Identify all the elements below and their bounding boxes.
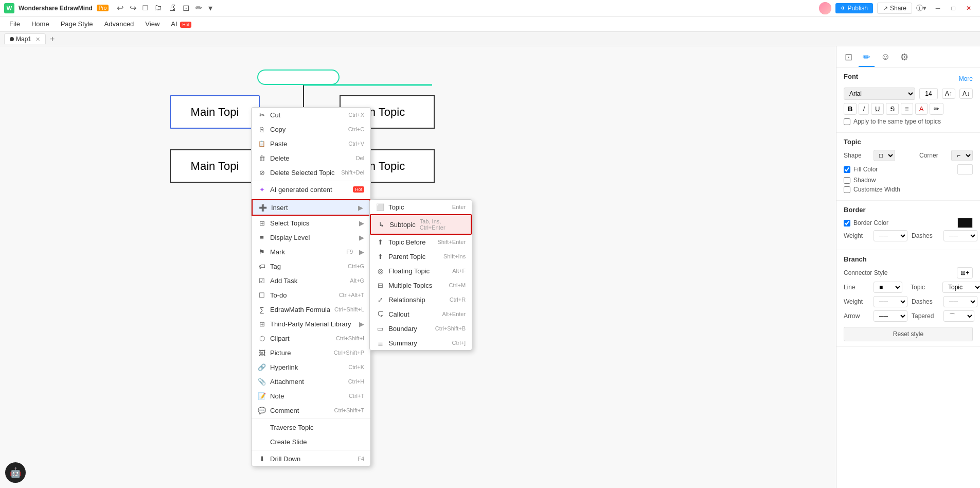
strikethrough-button[interactable]: S (886, 103, 899, 115)
submenu-multiple[interactable]: ⊟ Multiple Topics Ctrl+M (370, 278, 472, 292)
chat-button[interactable]: 🤖 (5, 462, 26, 483)
submenu-callout[interactable]: 🗨 Callout Alt+Enter (370, 307, 472, 321)
ctx-ai[interactable]: ✦ AI generated content Hot (252, 182, 370, 197)
ctx-display[interactable]: Display Level ▶ (252, 230, 370, 245)
branch-topic-select[interactable]: Topic (942, 282, 980, 293)
reset-style-button[interactable]: Reset style (844, 327, 973, 341)
main-topic-node-3[interactable]: Main Topi (170, 149, 260, 183)
font-more-link[interactable]: More (959, 75, 973, 82)
ctx-cut[interactable]: Cut Ctrl+X (252, 108, 370, 122)
panel-tab-face[interactable]: ☺ (877, 48, 894, 67)
align-button[interactable]: ≡ (901, 103, 913, 115)
font-size-input[interactable] (919, 88, 938, 99)
submenu-parenttopic[interactable]: ⬆ Parent Topic Shift+Ins (370, 249, 472, 264)
ctx-select[interactable]: Select Topics ▶ (252, 216, 370, 230)
corner-select[interactable]: ⌐ (951, 150, 973, 161)
border-weight-select[interactable]: ── (874, 230, 907, 241)
ctx-note[interactable]: 📝 Note Ctrl+T (252, 389, 370, 403)
panel-tab-layout[interactable]: ⊡ (841, 48, 857, 67)
branch-line-color-select[interactable]: ■ (874, 282, 902, 293)
publish-button[interactable]: ✈ Publish (835, 3, 873, 13)
ctx-createslide[interactable]: Create Slide (252, 434, 370, 449)
ctx-paste[interactable]: Paste Ctrl+V (252, 136, 370, 151)
panel-tab-settings[interactable]: ⚙ (896, 48, 913, 67)
print-btn[interactable]: 🖨 (166, 2, 179, 14)
ctx-todo[interactable]: To-do Ctrl+Alt+T (252, 288, 370, 302)
expand-btn[interactable]: □ (140, 2, 150, 14)
todo-icon (258, 291, 266, 299)
ctx-attachment[interactable]: 📎 Attachment Ctrl+H (252, 374, 370, 389)
tab-map1[interactable]: Map1 ✕ (4, 33, 46, 44)
underline-button[interactable]: U (871, 103, 884, 115)
folder-btn[interactable]: 🗂 (152, 2, 164, 14)
ctx-clipart[interactable]: Clipart Ctrl+Shift+I (252, 331, 370, 345)
add-tab-button[interactable]: + (46, 33, 59, 45)
more-dropdown-btn[interactable]: ▾ (206, 2, 215, 14)
ctx-thirdparty[interactable]: Third-Party Material Library ▶ (252, 317, 370, 331)
grid-btn[interactable]: ⊡ (181, 2, 191, 14)
border-dashes-select[interactable]: ── (943, 230, 977, 241)
ctx-addtask[interactable]: Add Task Alt+G (252, 273, 370, 288)
customize-width-checkbox[interactable] (844, 186, 850, 193)
menu-home[interactable]: Home (26, 18, 55, 30)
ctx-traverse[interactable]: Traverse Topic (252, 420, 370, 434)
submenu-subtopic[interactable]: ↳ Subtopic Tab, Ins, Ctrl+Enter (370, 214, 472, 235)
submenu-topic[interactable]: ⬜ Topic Enter (370, 200, 472, 214)
font-color-button[interactable]: A (915, 103, 928, 115)
maximize-button[interactable]: □ (946, 2, 960, 14)
submenu-boundary[interactable]: ▭ Boundary Ctrl+Shift+B (370, 321, 472, 336)
highlight-button[interactable]: ✏ (930, 103, 943, 115)
tab-close-icon[interactable]: ✕ (35, 36, 40, 43)
border-color-swatch[interactable] (957, 218, 973, 228)
shape-select[interactable]: □ (874, 150, 895, 161)
ctx-drilldown[interactable]: ⬇ Drill Down F4 (252, 451, 370, 466)
submenu-summary[interactable]: ≣ Summary Ctrl+] (370, 336, 472, 350)
fill-color-swatch[interactable] (957, 164, 973, 175)
redo-btn[interactable]: ↪ (128, 2, 138, 14)
ctx-comment[interactable]: 💬 Comment Ctrl+Shift+T (252, 403, 370, 417)
ctx-copy[interactable]: Copy Ctrl+C (252, 122, 370, 136)
branch-tapered-select[interactable]: ⌒ (943, 310, 974, 322)
ctx-hyperlink[interactable]: 🔗 Hyperlink Ctrl+K (252, 360, 370, 374)
edit-btn[interactable]: ✏ (193, 2, 204, 14)
submenu-floating[interactable]: ◎ Floating Topic Alt+F (370, 264, 472, 278)
minimize-button[interactable]: ─ (931, 2, 945, 14)
submenu-subtopic-label: Subtopic (389, 221, 416, 229)
ctx-tag[interactable]: 🏷 Tag Ctrl+G (252, 259, 370, 273)
ctx-delete[interactable]: 🗑 Delete Del (252, 151, 370, 165)
ctx-insert[interactable]: ➕ Insert ▶ ⬜ Topic Enter ↳ Subtopic Tab,… (252, 199, 370, 216)
share-button[interactable]: ↗ Share (877, 3, 912, 14)
font-size-decrease-button[interactable]: A↓ (959, 89, 973, 99)
ctx-formula[interactable]: EdrawMath Formula Ctrl+Shift+L (252, 302, 370, 317)
font-family-select[interactable]: Arial (844, 88, 915, 100)
branch-weight-label: Weight (844, 298, 869, 305)
bold-button[interactable]: B (844, 103, 857, 115)
menu-pagestyle[interactable]: Page Style (56, 18, 98, 30)
menu-file[interactable]: File (4, 18, 25, 30)
submenu-relationship[interactable]: ⤢ Relationship Ctrl+R (370, 292, 472, 307)
shadow-checkbox[interactable] (844, 177, 850, 184)
undo-btn[interactable]: ↩ (115, 2, 126, 14)
connector-style-button[interactable]: ⊞+ (957, 267, 973, 278)
help-btn[interactable]: ⓘ▾ (916, 4, 926, 13)
close-button[interactable]: ✕ (961, 2, 976, 14)
font-size-increase-button[interactable]: A↑ (942, 89, 955, 99)
branch-weight-select[interactable]: ── (874, 296, 907, 307)
main-topic-node-1[interactable]: Main Topi (170, 95, 260, 129)
node3-label: Main Topi (191, 160, 239, 173)
apply-same-checkbox[interactable] (844, 118, 850, 125)
italic-button[interactable]: I (859, 103, 869, 115)
fill-color-checkbox[interactable] (844, 166, 850, 173)
canvas[interactable]: Main Topi n Topic Main Topi n Topic Cut … (0, 46, 836, 488)
menu-ai[interactable]: AI Hot (166, 18, 197, 30)
branch-dashes-select[interactable]: ── (943, 296, 977, 307)
menu-view[interactable]: View (140, 18, 165, 30)
ctx-mark[interactable]: Mark F9 ▶ (252, 245, 370, 259)
border-color-checkbox[interactable] (844, 220, 850, 226)
ctx-delete-selected[interactable]: Delete Selected Topic Shift+Del (252, 165, 370, 180)
panel-tab-style[interactable]: ✏ (859, 48, 875, 67)
branch-arrow-select[interactable]: ── (874, 310, 907, 322)
submenu-topicbefore[interactable]: ⬆ Topic Before Shift+Enter (370, 235, 472, 249)
ctx-picture[interactable]: 🖼 Picture Ctrl+Shift+P (252, 345, 370, 360)
menu-advanced[interactable]: Advanced (99, 18, 139, 30)
